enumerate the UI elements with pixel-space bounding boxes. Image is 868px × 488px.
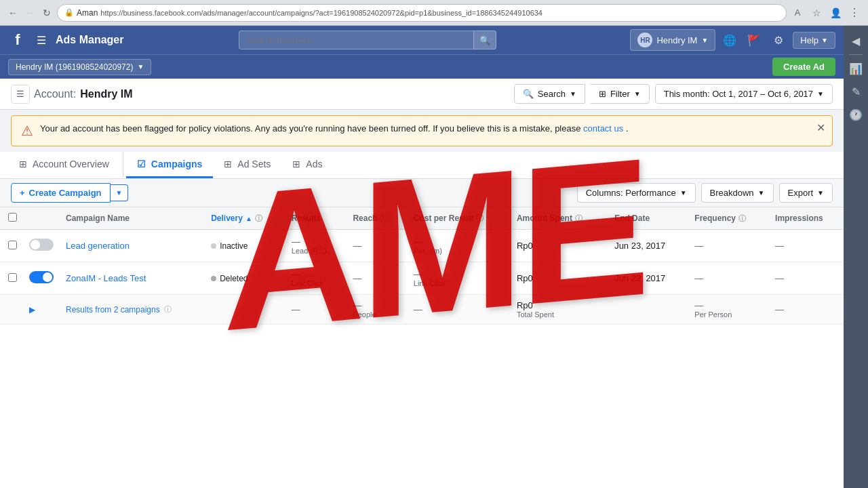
filter-label: Filter	[610, 89, 630, 99]
ads-label: Ads	[306, 159, 322, 169]
back-button[interactable]: ←	[5, 5, 20, 20]
content-toolbar: ☰ Account: Hendry IM 🔍 Search ▼ ⊞ Filter…	[0, 79, 844, 110]
select-all-checkbox[interactable]	[8, 213, 17, 222]
plus-icon: +	[20, 188, 25, 198]
th-reach[interactable]: Reach ⓘ	[344, 207, 405, 230]
th-end-date[interactable]: End Date	[606, 207, 686, 230]
row1-checkbox[interactable]	[8, 241, 17, 249]
alert-banner: ⚠ Your ad account has been flagged for p…	[11, 115, 833, 146]
translate-button[interactable]: A	[789, 5, 806, 21]
search-bar-wrapper: 🔍	[239, 30, 496, 49]
view-toggle-button[interactable]: ☰	[11, 85, 30, 104]
tab-campaigns[interactable]: ☑ Campaigns	[126, 152, 213, 178]
account-label: ☰ Account: Hendry IM	[11, 85, 133, 104]
th-checkbox	[0, 207, 25, 230]
row2-impressions-cell: —	[767, 262, 844, 295]
row2-campaign-link[interactable]: ZonaIM - Leads Test	[66, 273, 146, 283]
sidebar-history-button[interactable]: 🕐	[846, 105, 865, 124]
row2-checkbox[interactable]	[8, 273, 17, 282]
alert-link[interactable]: contact us	[583, 123, 623, 134]
sidebar-chart-button[interactable]: 📊	[846, 59, 865, 78]
dropdown-chevron: ▼	[701, 37, 708, 44]
browser-chrome: ← → ↻ 🔒 Aman https://business.facebook.c…	[0, 0, 868, 26]
row1-campaign-link[interactable]: Lead generation	[66, 241, 130, 251]
toolbar-right-buttons: 🔍 Search ▼ ⊞ Filter ▼ This month: Oct 1,…	[514, 84, 833, 104]
th-amount[interactable]: Amount Spent ⓘ	[509, 207, 606, 230]
menu-button[interactable]: ⋮	[846, 5, 863, 21]
fb-topbar: f ☰ Ads Manager 🔍 HR Hendry IM ▼ 🌐 🚩 ⚙	[0, 26, 844, 54]
row2-toggle[interactable]	[29, 271, 54, 283]
account-selector[interactable]: Hendry IM (1961908524020972) ▼	[8, 59, 151, 75]
summary-label[interactable]: Results from 2 campaigns ⓘ	[66, 304, 195, 314]
bookmark-button[interactable]: ☆	[808, 5, 825, 21]
th-campaign-name[interactable]: Campaign Name	[58, 207, 203, 230]
sidebar-edit-button[interactable]: ✎	[846, 82, 865, 101]
delivery-sort-icon: ▲	[245, 215, 252, 222]
globe-button[interactable]: 🌐	[719, 30, 740, 50]
row1-checkbox-cell	[0, 230, 25, 262]
date-dropdown-icon: ▼	[817, 90, 824, 98]
summary-info-icon[interactable]: ⓘ	[164, 304, 172, 314]
summary-results-cell: —	[283, 295, 345, 325]
cost-info-icon[interactable]: ⓘ	[476, 214, 484, 224]
summary-amount-cell: Rp0 Total Spent	[509, 295, 606, 325]
address-bar[interactable]: 🔒 Aman https://business.facebook.com/ads…	[57, 4, 787, 22]
help-button[interactable]: Help ▼	[793, 32, 835, 49]
reach-info-icon[interactable]: ⓘ	[380, 214, 387, 224]
search-toolbar-button[interactable]: 🔍 Search ▼	[514, 84, 585, 104]
alert-close-button[interactable]: ✕	[816, 121, 825, 134]
breakdown-button[interactable]: Breakdown ▼	[701, 183, 774, 203]
account-overview-icon: ⊞	[19, 159, 27, 169]
search-input[interactable]	[246, 35, 467, 45]
tab-ad-sets[interactable]: ⊞ Ad Sets	[213, 152, 281, 178]
row1-cost-cell: — Per...(m)	[406, 230, 509, 262]
flag-button[interactable]: 🚩	[744, 30, 764, 50]
th-results[interactable]: Results	[283, 207, 345, 230]
alert-message: Your ad account has been flagged for pol…	[40, 123, 823, 135]
amount-info-icon[interactable]: ⓘ	[575, 214, 583, 224]
campaigns-check-icon: ☑	[137, 159, 146, 169]
reload-button[interactable]: ↻	[39, 5, 54, 20]
tab-account-overview[interactable]: ⊞ Account Overview	[5, 152, 123, 178]
filter-button[interactable]: ⊞ Filter ▼	[591, 84, 650, 104]
user-menu-button[interactable]: HR Hendry IM ▼	[630, 29, 715, 51]
row1-toggle[interactable]	[29, 239, 54, 251]
columns-dropdown-icon: ▼	[680, 189, 687, 197]
expand-icon[interactable]: ▶	[29, 305, 35, 314]
table-header-row: Campaign Name Delivery ▲ ⓘ Results	[0, 207, 844, 230]
campaign-toolbar: + Create Campaign ▼ Columns: Performance…	[0, 179, 844, 207]
search-toolbar-label: Search	[538, 89, 566, 99]
summary-toggle-cell: ▶	[25, 295, 58, 325]
date-range-text: This month: Oct 1, 2017 – Oct 6, 2017	[664, 89, 813, 99]
delivery-info-icon[interactable]: ⓘ	[255, 214, 262, 224]
sidebar-arrow-button[interactable]: ◀	[846, 31, 865, 50]
main-content: f ☰ Ads Manager 🔍 HR Hendry IM ▼ 🌐 🚩 ⚙	[0, 26, 844, 488]
row1-results-cell: — Lead (R...)	[283, 230, 345, 262]
frequency-info-icon[interactable]: ⓘ	[738, 214, 746, 224]
profile-button[interactable]: 👤	[827, 5, 844, 21]
export-button[interactable]: Export ▼	[779, 183, 833, 203]
th-cost[interactable]: Cost per Result ⓘ	[406, 207, 509, 230]
create-ad-button[interactable]: Create Ad	[772, 58, 835, 76]
summary-delivery-cell	[203, 295, 283, 325]
th-frequency[interactable]: Frequency ⓘ	[686, 207, 767, 230]
search-button[interactable]: 🔍	[473, 30, 496, 49]
row1-toggle-cell	[25, 230, 58, 262]
summary-checkbox-cell	[0, 295, 25, 325]
search-toolbar-icon: 🔍	[523, 89, 534, 99]
create-campaign-button[interactable]: + Create Campaign	[11, 183, 111, 203]
tab-ads[interactable]: ⊞ Ads	[281, 152, 333, 178]
th-impressions[interactable]: Impressions	[767, 207, 844, 230]
settings-button[interactable]: ⚙	[768, 30, 789, 50]
ad-sets-label: Ad Sets	[237, 159, 271, 169]
forward-button[interactable]: →	[22, 5, 37, 20]
summary-frequency-cell: — Per Person	[686, 295, 767, 325]
row2-enddate-cell: Jun 22, 2017	[606, 262, 686, 295]
th-delivery[interactable]: Delivery ▲ ⓘ	[203, 207, 283, 230]
columns-button[interactable]: Columns: Performance ▼	[577, 183, 696, 203]
search-dropdown-icon: ▼	[570, 90, 576, 98]
date-range-button[interactable]: This month: Oct 1, 2017 – Oct 6, 2017 ▼	[655, 84, 833, 104]
sidebar-divider	[849, 54, 863, 55]
create-campaign-dropdown[interactable]: ▼	[111, 184, 129, 201]
hamburger-button[interactable]: ☰	[34, 31, 49, 49]
